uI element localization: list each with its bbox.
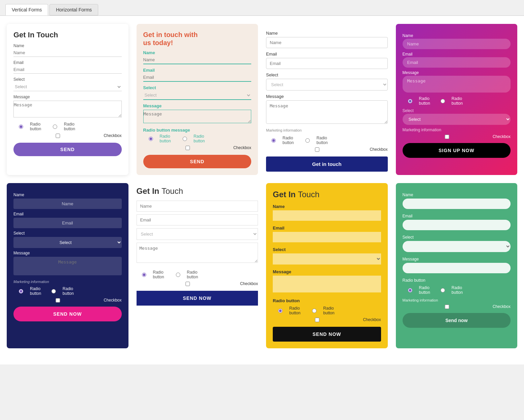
form2-radio1-label[interactable]: Radio button (143, 134, 172, 143)
form2-email-input[interactable] (143, 73, 252, 82)
form1-radio1-label[interactable]: Radio button (13, 122, 42, 131)
form2-select[interactable]: Select (143, 91, 252, 100)
form4-name-label: Name (403, 33, 511, 38)
form8-email-input[interactable] (403, 220, 511, 230)
form5-name-input[interactable] (13, 199, 122, 209)
form5-radio2[interactable] (46, 289, 61, 293)
form2-radio1[interactable] (143, 137, 158, 141)
form7-radio1-label[interactable]: Radio button (273, 306, 301, 315)
form5-radio1-label[interactable]: Radio button (13, 286, 42, 296)
form4-radio2[interactable] (435, 99, 450, 103)
form2-message-input[interactable] (143, 110, 252, 123)
form3-select[interactable]: Select (266, 79, 388, 91)
form6-select[interactable]: Select (137, 228, 258, 240)
form6-radio2-label[interactable]: Radio button (171, 270, 199, 279)
form7-message-input[interactable] (273, 276, 381, 292)
form8-radio2-label[interactable]: Radio button (435, 285, 464, 295)
form3-name-input[interactable] (266, 37, 388, 48)
forms-row-1: Get In Touch Name Email Select Select Me… (7, 24, 517, 175)
form1-email-input[interactable] (13, 66, 122, 74)
form3-email-input[interactable] (266, 58, 388, 69)
form2-name-input[interactable] (143, 56, 252, 64)
form4-radio1-label[interactable]: Radio button (403, 96, 431, 106)
form5-message-input[interactable] (13, 257, 122, 275)
form4-radio2-label[interactable]: Radio button (435, 96, 464, 106)
form1-checkbox[interactable] (13, 134, 102, 138)
form5-radio-group: Radio button Radio button (13, 286, 122, 296)
form3-radio-group: Radio button Radio button (266, 136, 388, 145)
form6-email-input[interactable] (137, 214, 258, 225)
form5-radio1[interactable] (13, 289, 29, 293)
form8-radio-group: Radio button Radio button (403, 285, 511, 295)
form4-checkbox[interactable] (403, 135, 491, 139)
form5-radio2-label[interactable]: Radio button (46, 286, 75, 296)
form6-radio1-label[interactable]: Radio button (137, 270, 165, 279)
form6-radio2[interactable] (171, 273, 186, 277)
form8-email-label: Email (403, 214, 511, 218)
form7-radio1[interactable] (273, 309, 288, 313)
form3-radio2-label[interactable]: Radio button (300, 136, 329, 145)
form1-select[interactable]: Select (13, 82, 122, 91)
tab-vertical[interactable]: Vertical Forms (5, 4, 48, 15)
form7-select[interactable] (273, 253, 381, 265)
form4-radio-group: Radio button Radio button (403, 96, 511, 106)
form2-radio-section-label: Radio button message (143, 128, 252, 133)
form1-radio2[interactable] (47, 125, 63, 129)
form5-select[interactable]: Select (13, 237, 122, 248)
form1-radio1[interactable] (13, 125, 29, 129)
form2-submit-button[interactable]: SEND (143, 155, 252, 168)
form4-submit-button[interactable]: SIGN UP NOW (403, 143, 511, 158)
form1-radio2-label[interactable]: Radio button (47, 122, 76, 131)
form4-select[interactable]: Select (403, 114, 511, 125)
form8-message-label: Message (403, 257, 511, 261)
form3-message-input[interactable] (266, 100, 388, 124)
form8-checkbox[interactable] (403, 305, 491, 309)
form7-radio2-label[interactable]: Radio button (307, 306, 335, 315)
form3-name-label: Name (266, 31, 388, 36)
form3-radio1[interactable] (266, 138, 281, 143)
form8-name-label: Name (403, 193, 511, 197)
form6-radio1[interactable] (137, 273, 152, 277)
form3-radio1-label[interactable]: Radio button (266, 136, 295, 145)
form2-checkbox[interactable] (143, 146, 232, 150)
form2-radio2[interactable] (177, 137, 192, 141)
form4-email-input[interactable] (403, 57, 511, 68)
form5-email-input[interactable] (13, 218, 122, 228)
form5-submit-button[interactable]: SEND NOW (13, 307, 122, 321)
form8-message-input[interactable] (403, 263, 511, 273)
form6-checkbox[interactable] (137, 282, 239, 286)
form-card-8: Name Email Select Message Radio button R… (396, 183, 518, 348)
form7-email-input[interactable] (273, 232, 381, 242)
tab-horizontal[interactable]: Horizontal Forms (49, 4, 98, 15)
form5-checkbox[interactable] (13, 298, 102, 303)
form6-message-input[interactable] (137, 243, 258, 263)
form7-checkbox[interactable] (273, 318, 362, 322)
form1-email-label: Email (13, 60, 122, 65)
form8-radio1[interactable] (403, 288, 418, 292)
form8-select[interactable] (403, 241, 511, 252)
form5-marketing-label: Marketing information (13, 280, 122, 284)
form3-radio2[interactable] (300, 138, 315, 143)
form7-name-input[interactable] (273, 210, 381, 221)
form7-submit-button[interactable]: SEND NOW (273, 327, 381, 342)
form5-name-label: Name (13, 193, 122, 197)
form3-checkbox[interactable] (266, 147, 368, 152)
form8-radio2[interactable] (435, 288, 450, 292)
form7-name-label: Name (273, 204, 381, 209)
form8-submit-button[interactable]: Send now (403, 313, 511, 328)
form1-name-input[interactable] (13, 49, 122, 57)
form4-message-input[interactable] (403, 76, 511, 93)
form6-submit-button[interactable]: SEND NOW (137, 291, 258, 306)
form7-radio2[interactable] (307, 309, 322, 313)
form2-radio2-label[interactable]: Radio button (177, 134, 206, 143)
form8-radio1-label[interactable]: Radio button (403, 285, 431, 295)
form1-submit-button[interactable]: SEND (13, 143, 122, 156)
form2-select-label: Select (143, 85, 252, 90)
form3-submit-button[interactable]: Get in touch (266, 156, 388, 172)
form6-name-input[interactable] (137, 201, 258, 212)
form1-message-input[interactable] (13, 101, 122, 117)
form4-name-input[interactable] (403, 39, 511, 49)
form8-name-input[interactable] (403, 199, 511, 209)
form7-checkbox-group: Checkbox (273, 317, 381, 322)
form4-radio1[interactable] (403, 99, 418, 103)
